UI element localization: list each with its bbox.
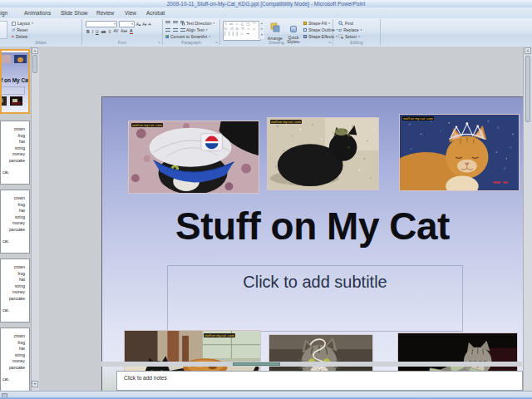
- reset-button[interactable]: ↺ Reset: [12, 27, 27, 32]
- mini-photo: [10, 96, 22, 106]
- strikethrough-button[interactable]: ab: [101, 29, 106, 34]
- mini-photo: [0, 96, 7, 106]
- ribbon-group-drawing: ∖ ▭ ○ △ ▢ ◠▷ ◁ ◇ ▽ ☆ ○( ) { } ☆ ⇒ ▴▾▼ Ar…: [220, 19, 333, 45]
- editor-vertical-scrollbar[interactable]: ▲: [523, 47, 532, 391]
- layout-button[interactable]: Layout▾: [12, 21, 33, 26]
- align-center-icon[interactable]: [173, 28, 178, 32]
- thumbnail-word: crown: [9, 333, 25, 340]
- mini-title-slide: Stuff on My Cat: [0, 52, 30, 112]
- mini-photo: [0, 55, 11, 63]
- thumbnail-panel-scrollbar[interactable]: ▲ ▼: [31, 47, 39, 391]
- photo-black-cat-with-frog[interactable]: [267, 117, 379, 190]
- shapes-gallery[interactable]: ∖ ▭ ○ △ ▢ ◠▷ ◁ ◇ ▽ ☆ ○( ) { } ☆ ⇒: [223, 21, 261, 41]
- font-color-button[interactable]: A: [130, 28, 133, 34]
- select-icon: [338, 34, 343, 39]
- thumbnail-word: hat: [9, 346, 25, 352]
- ribbon-group-slides: Layout▾ ↺ Reset × Delete Slides: [0, 19, 82, 45]
- thumbnail-word: crown: [9, 264, 25, 271]
- align-text-button[interactable]: Align Text▾: [181, 27, 207, 32]
- watermark: stuff on my cat .com: [131, 123, 163, 127]
- shape-effects-button[interactable]: Shape Effects▾: [303, 34, 337, 39]
- watermark: stuff on my cat .com: [270, 120, 302, 124]
- font-size-combo[interactable]: ▾: [119, 21, 135, 27]
- watermark: stuff on my cat .com: [204, 333, 235, 337]
- workspace: Stuff on My Cat crownfroghatstringmoneyp…: [0, 47, 532, 391]
- slide-thumbnail-word-list[interactable]: crownfroghatstringmoneypancakecat.: [0, 121, 30, 185]
- thumbnail-word-list: crownfroghatstringmoneypancake: [9, 333, 25, 371]
- thumbnail-word-list: crownfroghatstringmoneypancake: [9, 195, 25, 233]
- slide-thumbnail-word-list[interactable]: crownfroghatstringmoneypancakecat.: [0, 328, 30, 392]
- italic-button[interactable]: I: [92, 29, 93, 34]
- scrollbar-thumb[interactable]: [32, 55, 37, 73]
- smartart-icon: [165, 35, 169, 38]
- convert-smartart-button[interactable]: Convert to SmartArt▾: [165, 34, 210, 39]
- thumbnail-word: string: [9, 352, 25, 359]
- notes-pane[interactable]: Click to add notes: [116, 371, 523, 391]
- slide-thumbnail-word-list[interactable]: crownfroghatstringmoneypancakecat.: [0, 190, 30, 254]
- scroll-down-button[interactable]: ▼: [32, 381, 38, 387]
- clear-formatting-icon[interactable]: A: [149, 22, 151, 27]
- thumbnail-word-tail: cat.: [2, 239, 9, 244]
- replace-button[interactable]: ⇄ Replace▾: [338, 27, 362, 32]
- arrange-icon: [270, 22, 280, 32]
- font-dialog-launcher[interactable]: ↘: [158, 41, 160, 44]
- find-icon: [338, 21, 343, 26]
- status-bar: [0, 391, 532, 399]
- text-direction-icon: [181, 22, 185, 25]
- ribbon-home: Layout▾ ↺ Reset × Delete Slides ▾ ▾ A▴ A…: [0, 18, 532, 47]
- numbering-icon[interactable]: [173, 21, 178, 25]
- shrink-font-icon[interactable]: A▾: [142, 22, 146, 27]
- scroll-up-button[interactable]: ▲: [32, 47, 38, 54]
- underline-button[interactable]: U: [96, 29, 99, 34]
- thumbnail-word-tail: cat.: [2, 377, 9, 382]
- thumbnail-word: frog: [9, 202, 25, 209]
- thumbnail-word-tail: cat.: [2, 170, 9, 175]
- thumbnail-word: pancake: [9, 227, 25, 234]
- reset-icon: ↺: [12, 27, 15, 32]
- delete-button[interactable]: × Delete: [12, 34, 27, 39]
- slide-title[interactable]: Stuff on My Cat: [102, 204, 523, 249]
- thumbnail-word: frog: [9, 271, 25, 278]
- slide-thumbnail-1-selected[interactable]: Stuff on My Cat: [0, 49, 30, 114]
- thumbnail-word: crown: [9, 195, 25, 202]
- select-button[interactable]: Select▾: [338, 34, 360, 39]
- paragraph-dialog-launcher[interactable]: ↘: [215, 41, 218, 44]
- photo-tuxedo-cat-pepsi-visor[interactable]: [128, 121, 259, 194]
- editor-scroll-up[interactable]: ▲: [525, 47, 531, 54]
- ribbon-group-editing: Find ⇄ Replace▾ Select▾ Editing: [333, 19, 381, 45]
- thumbnail-word: string: [9, 145, 25, 152]
- slide-canvas[interactable]: stuff on my cat .com stuff on my cat .co…: [101, 96, 524, 399]
- ribbon-group-paragraph: Text Direction▾ Align Text▾ Convert to S…: [163, 19, 220, 45]
- thumbnail-word-list: crownfroghatstringmoneypancake: [9, 126, 25, 164]
- thumbnail-word: money: [9, 358, 25, 365]
- editor-scrollbar-thumb[interactable]: [525, 56, 530, 122]
- bold-button[interactable]: B: [86, 29, 90, 34]
- font-name-combo[interactable]: ▾: [86, 21, 117, 27]
- change-case-button[interactable]: Aa▾: [121, 29, 127, 33]
- slide-thumbnail-panel: Stuff on My Cat crownfroghatstringmoneyp…: [0, 47, 38, 391]
- align-left-icon[interactable]: [165, 28, 170, 32]
- ribbon-tab-row: Design Animations Slide Show Review View…: [0, 7, 532, 19]
- find-button[interactable]: Find: [338, 21, 353, 26]
- grow-font-icon[interactable]: A▴: [136, 22, 140, 27]
- shapes-gallery-scroll[interactable]: ▴▾▼: [259, 21, 264, 39]
- arrange-button[interactable]: Arrange: [267, 21, 283, 41]
- photo-orange-cat-with-tiara[interactable]: [399, 114, 520, 191]
- slide-thumbnail-word-list[interactable]: crownfroghatstringmoneypancakecat.: [0, 259, 30, 323]
- text-direction-button[interactable]: Text Direction▾: [181, 21, 214, 26]
- thumbnail-word-tail: cat.: [2, 308, 9, 313]
- subtitle-placeholder[interactable]: Click to add subtitle: [167, 265, 463, 332]
- character-spacing-button[interactable]: AV: [114, 29, 119, 33]
- thumbnail-word: money: [9, 289, 25, 296]
- shape-fill-button[interactable]: Shape Fill▾: [303, 21, 330, 26]
- thumbnail-word-list: crownfroghatstringmoneypancake: [9, 264, 25, 302]
- delete-icon: ×: [12, 34, 14, 39]
- thumbnail-word: pancake: [9, 158, 25, 165]
- bullets-icon[interactable]: [165, 21, 170, 25]
- powerpoint-window: 2009-10-11_Stuff-on-My-Cat_KDG.ppt [Comp…: [0, 0, 532, 399]
- thumbnail-word: money: [9, 220, 25, 227]
- drawing-dialog-launcher[interactable]: ↘: [328, 41, 331, 44]
- horizontal-scrollbar-thumb[interactable]: [233, 362, 280, 366]
- text-shadow-button[interactable]: S: [108, 29, 111, 34]
- horizontal-scrollbar[interactable]: [101, 362, 522, 367]
